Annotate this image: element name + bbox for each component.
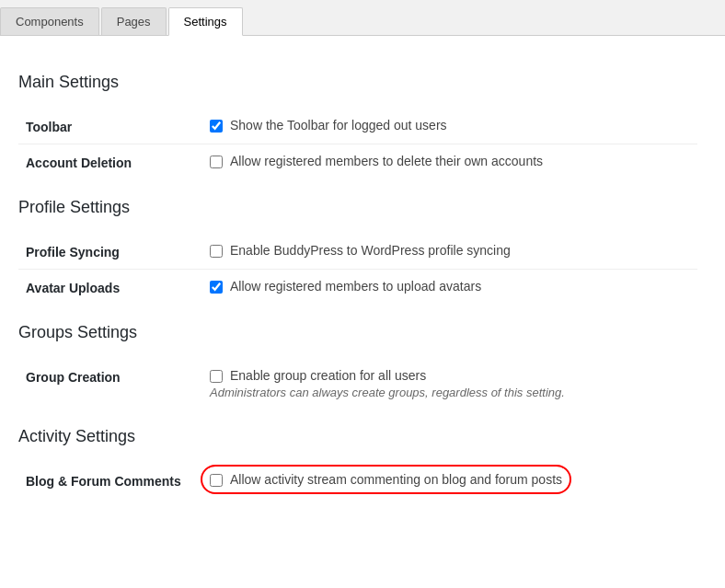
activity-settings-title: Activity Settings <box>18 427 697 452</box>
table-row: Group Creation Enable group creation for… <box>18 359 697 409</box>
avatar-uploads-checkbox[interactable] <box>210 281 223 294</box>
avatar-uploads-text: Allow registered members to upload avata… <box>230 279 481 294</box>
profile-settings-table: Profile Syncing Enable BuddyPress to Wor… <box>18 234 697 305</box>
blog-forum-check-row: Allow activity stream commenting on blog… <box>210 472 562 487</box>
avatar-uploads-check-row: Allow registered members to upload avata… <box>210 279 690 294</box>
toolbar-text: Show the Toolbar for logged out users <box>230 118 447 133</box>
table-row: Avatar Uploads Allow registered members … <box>18 270 697 306</box>
tab-components[interactable]: Components <box>0 7 99 35</box>
groups-settings-title: Groups Settings <box>18 323 697 348</box>
table-row: Toolbar Show the Toolbar for logged out … <box>18 109 697 144</box>
main-settings-title: Main Settings <box>18 73 697 98</box>
blog-forum-highlight: Allow activity stream commenting on blog… <box>210 472 562 487</box>
profile-settings-title: Profile Settings <box>18 198 697 223</box>
blog-forum-text: Allow activity stream commenting on blog… <box>230 472 562 487</box>
group-creation-checkbox[interactable] <box>210 370 223 383</box>
tab-pages[interactable]: Pages <box>101 7 167 35</box>
profile-syncing-text: Enable BuddyPress to WordPress profile s… <box>230 243 511 258</box>
group-creation-hint: Administrators can always create groups,… <box>210 386 690 399</box>
main-settings-table: Toolbar Show the Toolbar for logged out … <box>18 109 697 179</box>
account-deletion-label: Account Deletion <box>18 144 202 180</box>
groups-settings-table: Group Creation Enable group creation for… <box>18 359 697 409</box>
toolbar-check-row: Show the Toolbar for logged out users <box>210 118 690 133</box>
page-wrap: Components Pages Settings Main Settings … <box>0 0 725 588</box>
group-creation-check-row: Enable group creation for all users <box>210 368 690 383</box>
tabs-bar: Components Pages Settings <box>0 0 725 36</box>
tab-settings[interactable]: Settings <box>168 7 243 36</box>
toolbar-checkbox[interactable] <box>210 120 223 133</box>
blog-forum-checkbox[interactable] <box>210 474 223 487</box>
table-row: Account Deletion Allow registered member… <box>18 144 697 180</box>
group-creation-label: Group Creation <box>18 359 202 409</box>
account-deletion-text: Allow registered members to delete their… <box>230 154 543 168</box>
table-row: Blog & Forum Comments Allow activity str… <box>18 463 697 499</box>
blog-forum-label: Blog & Forum Comments <box>18 463 202 499</box>
settings-content: Main Settings Toolbar Show the Toolbar f… <box>0 36 725 526</box>
profile-syncing-check-row: Enable BuddyPress to WordPress profile s… <box>210 243 690 258</box>
group-creation-text: Enable group creation for all users <box>230 368 426 383</box>
profile-syncing-label: Profile Syncing <box>18 234 202 270</box>
avatar-uploads-label: Avatar Uploads <box>18 270 202 306</box>
profile-syncing-checkbox[interactable] <box>210 245 223 258</box>
account-deletion-check-row: Allow registered members to delete their… <box>210 154 690 168</box>
activity-settings-table: Blog & Forum Comments Allow activity str… <box>18 463 697 499</box>
account-deletion-checkbox[interactable] <box>210 156 223 168</box>
toolbar-label: Toolbar <box>18 109 202 144</box>
table-row: Profile Syncing Enable BuddyPress to Wor… <box>18 234 697 270</box>
